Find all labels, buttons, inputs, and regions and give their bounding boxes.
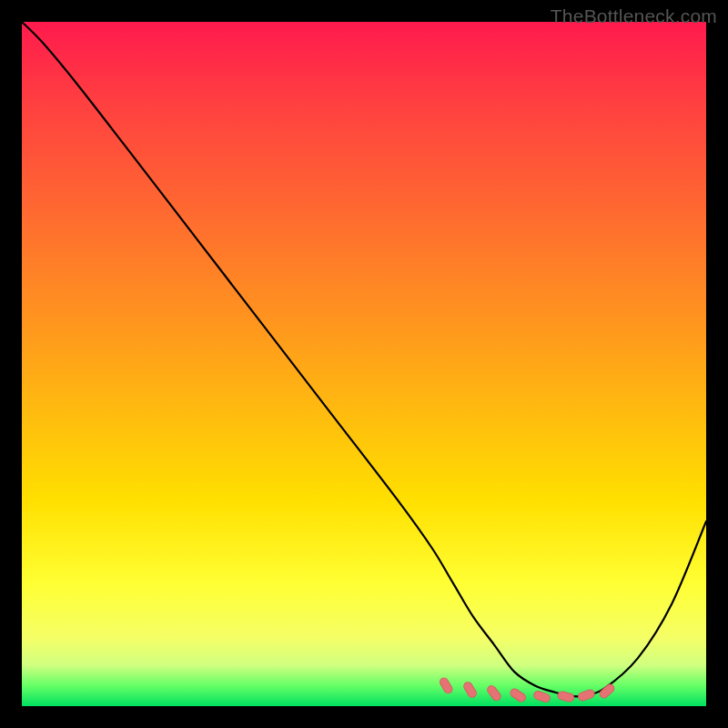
optimal-marker [462,681,478,699]
optimal-marker [598,682,615,700]
optimal-marker [439,676,454,694]
optimal-marker [486,684,502,703]
optimal-marker [533,690,551,703]
optimal-marker [557,691,575,703]
chart-frame: TheBottleneck.com [0,0,728,728]
optimal-marker [577,689,595,702]
optimal-marker [509,687,527,703]
chart-overlay [22,22,706,706]
bottleneck-curve [22,22,706,696]
watermark-text: TheBottleneck.com [551,5,717,27]
